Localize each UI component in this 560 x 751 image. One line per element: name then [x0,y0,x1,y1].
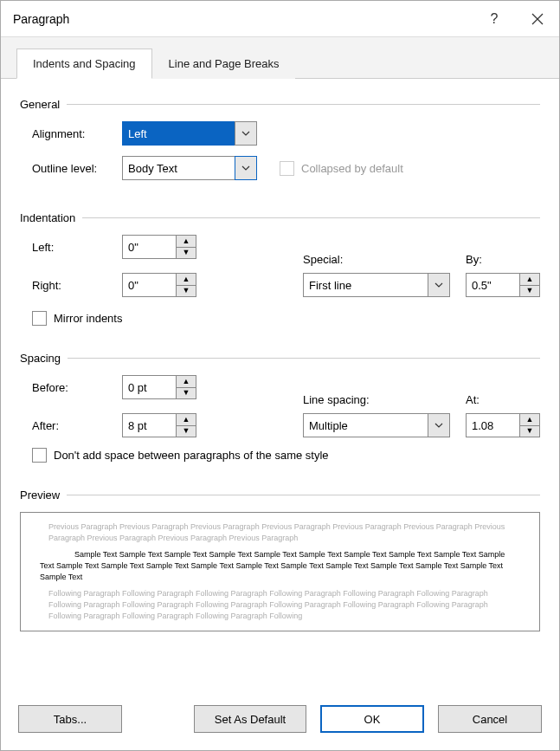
mirror-indents-checkbox[interactable] [32,311,47,326]
spin-up-icon[interactable]: ▲ [520,414,539,426]
preview-box: Previous Paragraph Previous Paragraph Pr… [20,512,540,631]
indent-left-spinner[interactable]: 0" ▲▼ [122,235,196,259]
tab-label-indents: Indents and Spacing [33,57,136,70]
alignment-combo[interactable]: Left [122,121,257,146]
line-spacing-value: Multiple [303,413,428,437]
collapsed-checkbox [280,161,294,176]
paragraph-dialog: Paragraph ? Indents and Spacing Line and… [0,0,560,751]
indent-right-spinner[interactable]: 0" ▲▼ [122,273,196,297]
divider [68,358,540,359]
group-spacing: Spacing Before: 0 pt ▲▼ After: [20,352,540,463]
spin-down-icon[interactable]: ▼ [177,248,196,259]
group-general: General Alignment: Left Outline level: B… [20,98,540,180]
dont-add-space-wrap[interactable]: Don't add space between paragraphs of th… [20,448,329,463]
alignment-value: Left [122,121,235,146]
group-spacing-title: Spacing [20,352,61,365]
collapsed-checkbox-wrap: Collapsed by default [280,161,403,176]
close-button[interactable] [516,1,559,37]
preview-previous-text: Previous Paragraph Previous Paragraph Pr… [48,522,505,542]
spin-down-icon[interactable]: ▼ [177,426,196,437]
spin-up-icon[interactable]: ▲ [177,274,196,286]
group-preview-title: Preview [20,489,60,502]
chevron-down-icon [434,281,443,289]
indent-right-value: 0" [122,273,176,297]
preview-following-text: Following Paragraph Following Paragraph … [48,589,488,620]
tab-bar: Indents and Spacing Line and Page Breaks [1,37,559,79]
mirror-indents-label: Mirror indents [54,312,122,325]
dialog-title: Paragraph [13,12,473,26]
special-combo[interactable]: First line [303,273,450,297]
mirror-indents-wrap[interactable]: Mirror indents [20,311,122,326]
close-icon [531,13,544,25]
group-indentation-title: Indentation [20,211,75,224]
tabs-button[interactable]: Tabs... [18,705,122,733]
at-value: 1.08 [466,413,519,437]
spin-down-icon[interactable]: ▼ [520,286,539,297]
tab-label-breaks: Line and Page Breaks [169,57,280,70]
cancel-label: Cancel [473,713,507,726]
chevron-down-icon [434,421,443,430]
buttons-bar: Tabs... Set As Default OK Cancel [1,691,559,750]
indent-right-label: Right: [20,279,113,292]
ok-button[interactable]: OK [320,705,424,733]
by-value: 0.5" [466,273,519,297]
special-dropdown-button[interactable] [428,273,450,297]
at-label: At: [466,393,540,406]
dont-add-space-checkbox[interactable] [32,448,47,463]
special-label: Special: [303,253,450,266]
alignment-label: Alignment: [20,127,113,140]
set-default-label: Set As Default [215,713,286,726]
spin-up-icon[interactable]: ▲ [177,236,196,248]
collapsed-label: Collapsed by default [301,162,403,175]
indent-left-label: Left: [20,241,113,254]
tab-page-breaks[interactable]: Line and Page Breaks [152,49,296,79]
set-default-button[interactable]: Set As Default [194,705,306,733]
spin-down-icon[interactable]: ▼ [177,388,196,399]
by-spinner[interactable]: 0.5" ▲▼ [466,273,540,297]
ok-label: OK [364,713,381,726]
before-label: Before: [20,381,113,394]
alignment-dropdown-button[interactable] [235,121,257,146]
line-spacing-dropdown-button[interactable] [428,413,450,437]
help-button[interactable]: ? [473,1,516,37]
tab-indents-spacing[interactable]: Indents and Spacing [16,49,152,79]
at-spinner[interactable]: 1.08 ▲▼ [466,413,540,437]
by-label: By: [466,253,540,266]
outline-label: Outline level: [20,162,113,175]
spin-up-icon[interactable]: ▲ [177,376,196,388]
group-general-title: General [20,98,60,111]
content-area: General Alignment: Left Outline level: B… [1,79,559,691]
chevron-down-icon [241,129,250,138]
before-value: 0 pt [122,375,176,399]
spin-up-icon[interactable]: ▲ [520,274,539,286]
line-spacing-combo[interactable]: Multiple [303,413,450,437]
dont-add-space-label: Don't add space between paragraphs of th… [54,449,329,462]
cancel-button[interactable]: Cancel [438,705,542,733]
divider [82,217,540,218]
spin-down-icon[interactable]: ▼ [520,426,539,437]
outline-value: Body Text [122,156,235,180]
indent-left-value: 0" [122,235,176,259]
after-label: After: [20,419,113,432]
spin-up-icon[interactable]: ▲ [177,414,196,426]
group-indentation: Indentation Left: 0" ▲▼ Right: [20,211,540,326]
outline-dropdown-button[interactable] [235,156,257,180]
divider [67,104,540,105]
preview-sample-text: Sample Text Sample Text Sample Text Samp… [40,549,520,583]
outline-combo[interactable]: Body Text [122,156,257,180]
divider [67,495,540,495]
special-value: First line [303,273,428,297]
after-value: 8 pt [122,413,176,437]
titlebar: Paragraph ? [1,1,559,37]
after-spinner[interactable]: 8 pt ▲▼ [122,413,196,437]
line-spacing-label: Line spacing: [303,393,450,406]
spin-down-icon[interactable]: ▼ [177,286,196,297]
before-spinner[interactable]: 0 pt ▲▼ [122,375,196,399]
tabs-button-label: Tabs... [54,713,87,726]
chevron-down-icon [241,164,250,172]
group-preview: Preview Previous Paragraph Previous Para… [20,489,540,631]
